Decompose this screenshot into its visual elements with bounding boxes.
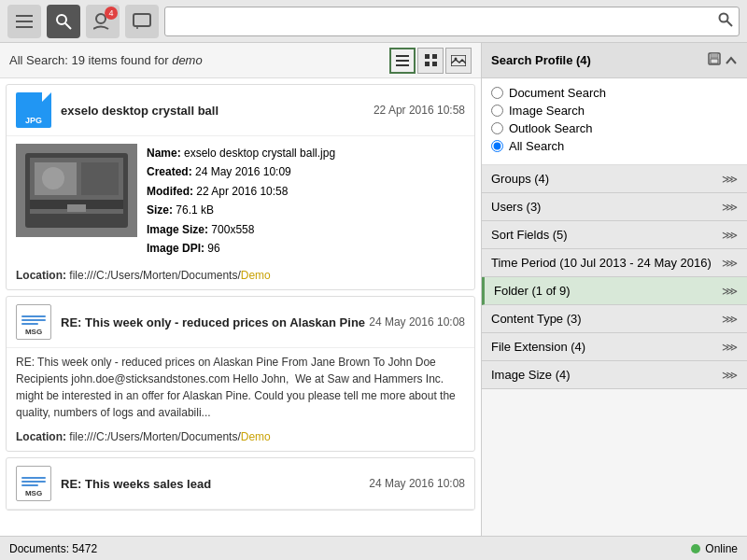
- chevron-down-icon: ⋙: [722, 229, 738, 242]
- svg-rect-14: [425, 54, 430, 59]
- search-type-image[interactable]: Image Search: [491, 104, 738, 118]
- filter-image-size: Image Size (4) ⋙: [482, 361, 747, 389]
- svg-rect-17: [432, 62, 437, 66]
- left-panel: All Search: 19 items found for demo JPG: [0, 43, 481, 536]
- filter-header-time-period[interactable]: Time Period (10 Jul 2013 - 24 May 2016) …: [482, 249, 747, 276]
- chevron-down-icon: ⋙: [722, 369, 738, 382]
- all-search-label: All Search: [509, 139, 564, 153]
- results-title: All Search: 19 items found for demo: [9, 53, 203, 67]
- chevron-down-icon: ⋙: [722, 285, 738, 298]
- filter-header-content-type[interactable]: Content Type (3) ⋙: [482, 305, 747, 332]
- image-dpi-label: Image DPI:: [147, 242, 204, 255]
- svg-rect-24: [81, 162, 119, 195]
- filter-sort-fields: Sort Fields (5) ⋙: [482, 221, 747, 249]
- chat-button[interactable]: [125, 5, 159, 38]
- search-type-document[interactable]: Document Search: [491, 86, 738, 100]
- profile-actions: [708, 52, 738, 68]
- chevron-down-icon: ⋙: [722, 341, 738, 354]
- document-search-radio[interactable]: [491, 87, 503, 99]
- collapse-profile-button[interactable]: [725, 52, 738, 68]
- filter-header-users[interactable]: Users (3) ⋙: [482, 193, 747, 220]
- filter-label-sort-fields: Sort Fields (5): [491, 228, 568, 242]
- msg-icon: MSG: [16, 304, 51, 340]
- filter-header-folder[interactable]: Folder (1 of 9) ⋙: [485, 277, 747, 304]
- filter-label-users: Users (3): [491, 200, 541, 214]
- outlook-search-radio[interactable]: [491, 122, 503, 134]
- svg-rect-1: [16, 21, 33, 22]
- profile-header: Search Profile (4): [482, 43, 747, 78]
- chevron-down-icon: ⋙: [722, 173, 738, 186]
- profile-title: Search Profile (4): [491, 53, 591, 67]
- online-dot: [691, 544, 700, 553]
- search-type-group: Document Search Image Search Outlook Sea…: [482, 78, 747, 165]
- msg-icon: MSG: [16, 466, 51, 501]
- add-user-button[interactable]: 4: [86, 5, 120, 38]
- filter-header-groups[interactable]: Groups (4) ⋙: [482, 165, 747, 192]
- list-view-button[interactable]: [389, 48, 416, 74]
- result-details: Name: exselo desktop crystall ball.jpg C…: [147, 144, 465, 258]
- location-link[interactable]: Demo: [241, 269, 271, 282]
- documents-count: Documents: 5472: [9, 542, 97, 555]
- online-label: Online: [705, 542, 738, 555]
- result-expanded-content: Name: exselo desktop crystall ball.jpg C…: [7, 136, 474, 265]
- svg-point-9: [720, 14, 728, 22]
- result-item-title: exselo desktop crystall ball: [61, 104, 374, 118]
- image-search-radio[interactable]: [491, 105, 503, 117]
- save-profile-button[interactable]: [708, 52, 721, 68]
- result-item-date: 24 May 2016 10:08: [369, 315, 465, 329]
- filter-header-sort-fields[interactable]: Sort Fields (5) ⋙: [482, 221, 747, 248]
- view-buttons: [389, 48, 472, 74]
- grid-view-button[interactable]: [417, 48, 444, 74]
- filter-content-type: Content Type (3) ⋙: [482, 305, 747, 333]
- svg-rect-16: [425, 62, 430, 66]
- result-thumbnail: [16, 144, 137, 237]
- svg-rect-11: [396, 55, 409, 57]
- size-label: Size:: [147, 203, 173, 217]
- svg-rect-30: [711, 59, 718, 63]
- result-item: JPG exselo desktop crystall ball 22 Apr …: [6, 84, 475, 290]
- result-item-header[interactable]: MSG RE: This week only - reduced prices …: [7, 297, 474, 348]
- online-indicator: Online: [691, 542, 738, 555]
- jpg-icon: JPG: [16, 92, 51, 128]
- search-bar: demo: [164, 7, 740, 36]
- result-item: MSG RE: This week only - reduced prices …: [6, 296, 475, 452]
- created-label: Created:: [147, 165, 192, 178]
- svg-rect-27: [67, 204, 86, 212]
- filter-label-content-type: Content Type (3): [491, 312, 582, 326]
- main-area: All Search: 19 items found for demo JPG: [0, 43, 747, 536]
- svg-rect-13: [396, 64, 409, 66]
- search-type-outlook[interactable]: Outlook Search: [491, 121, 738, 135]
- outlook-search-label: Outlook Search: [509, 121, 593, 135]
- results-list: JPG exselo desktop crystall ball 22 Apr …: [0, 78, 481, 536]
- result-item-date: 22 Apr 2016 10:58: [374, 104, 465, 117]
- image-search-label: Image Search: [509, 104, 585, 118]
- image-view-button[interactable]: [445, 48, 472, 74]
- chevron-down-icon: ⋙: [722, 201, 738, 214]
- svg-point-3: [57, 15, 66, 24]
- search-type-all[interactable]: All Search: [491, 139, 738, 153]
- filter-header-image-size[interactable]: Image Size (4) ⋙: [482, 361, 747, 388]
- result-item-header[interactable]: MSG RE: This weeks sales lead 24 May 201…: [7, 458, 474, 510]
- filter-groups: Groups (4) ⋙: [482, 165, 747, 193]
- svg-point-26: [42, 167, 64, 189]
- menu-button[interactable]: [7, 5, 41, 38]
- status-bar: Documents: 5472 Online: [0, 536, 747, 560]
- svg-rect-0: [16, 15, 33, 17]
- filter-users: Users (3) ⋙: [482, 193, 747, 221]
- search-button[interactable]: [47, 5, 80, 38]
- filter-header-file-extension[interactable]: File Extension (4) ⋙: [482, 333, 747, 360]
- result-item-date: 24 May 2016 10:08: [369, 477, 465, 490]
- result-item-header[interactable]: JPG exselo desktop crystall ball 22 Apr …: [7, 85, 474, 136]
- document-search-label: Document Search: [509, 86, 606, 100]
- location-link[interactable]: Demo: [241, 430, 271, 443]
- search-submit-button[interactable]: [718, 12, 733, 30]
- chevron-down-icon: ⋙: [722, 313, 738, 326]
- result-item-title: RE: This weeks sales lead: [61, 477, 369, 491]
- result-item-title: RE: This week only - reduced prices on A…: [61, 315, 369, 329]
- all-search-radio[interactable]: [491, 140, 503, 152]
- svg-rect-2: [16, 26, 33, 28]
- filter-label-folder: Folder (1 of 9): [494, 284, 571, 298]
- result-location: Location: file:///C:/Users/Morten/Docume…: [7, 265, 474, 289]
- filter-label-file-extension: File Extension (4): [491, 340, 585, 354]
- search-input[interactable]: demo: [171, 14, 718, 28]
